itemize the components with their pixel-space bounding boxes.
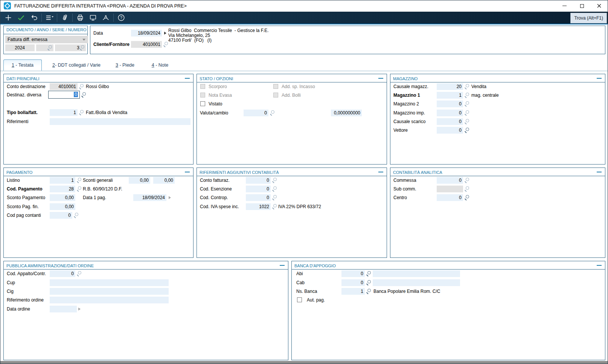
cab-search-icon[interactable] [366,280,372,285]
causale-scarico-search-icon[interactable] [465,119,470,124]
abi-field[interactable]: 0 [341,270,365,277]
cup-field[interactable] [50,279,169,286]
valuta-search-icon[interactable] [270,110,275,116]
panel-collapse-icon[interactable] [280,265,285,266]
magazzino2-search-icon[interactable] [465,101,470,107]
sconto2-field[interactable]: 0,00 [153,177,175,184]
pdf-export-button[interactable] [99,12,112,24]
new-button[interactable] [2,12,15,24]
cab-desc-field[interactable] [373,279,460,286]
panel-collapse-icon[interactable] [597,265,602,266]
data-ordine-field[interactable] [50,306,77,312]
print-button[interactable] [74,12,87,24]
cab-field[interactable]: 0 [341,279,365,286]
client-field[interactable]: 4010001 [131,41,162,48]
tipo-bolla-field[interactable]: 1 [50,109,78,116]
panel-collapse-icon[interactable] [185,78,190,79]
cod-controp-search-icon[interactable] [272,195,277,200]
conto-fatturaz-search-icon[interactable] [272,177,277,183]
cod-pag-contanti-field[interactable]: 0 [50,212,72,219]
destinaz-diversa-field[interactable]: 0 [48,91,80,99]
date-picker-arrow[interactable] [164,32,166,35]
cambio-field[interactable]: 0,000000000 [331,110,362,116]
ns-banca-search-icon[interactable] [366,288,372,294]
cod-iva-spese-field[interactable]: 1022 [246,203,271,210]
rif-ordine-field[interactable] [50,297,169,303]
cod-iva-spese-search-icon[interactable] [272,204,277,209]
tab-piede[interactable]: 3 - Piede [112,61,138,70]
cod-esenzione-field[interactable]: 0 [246,186,271,192]
nota-evasa-checkbox[interactable] [200,93,205,97]
close-button[interactable] [591,0,608,11]
causale-magazz-field[interactable]: 20 [437,83,463,90]
sconto-pag-fin-field[interactable]: 0,00 [50,203,75,210]
add-sp-incasso-checkbox[interactable] [273,84,278,89]
date-field[interactable]: 18/09/2024 [131,30,162,37]
panel-collapse-icon[interactable] [378,78,383,79]
serie-search-icon[interactable] [47,45,53,50]
listino-field[interactable]: 1 [50,177,75,184]
data1pag-picker-arrow[interactable] [169,196,171,199]
conto-destinazione-search-icon[interactable] [79,84,84,89]
panel-collapse-icon[interactable] [378,172,383,172]
client-search-icon[interactable] [163,41,169,47]
vistato-checkbox[interactable] [200,101,205,106]
vettore-search-icon[interactable] [465,127,470,133]
minimize-button[interactable] [556,0,573,11]
conto-fatturaz-field[interactable]: 0 [246,177,271,184]
print-preview-button[interactable] [87,12,99,24]
magazzino-imp-search-icon[interactable] [465,110,470,116]
tipo-bolla-search-icon[interactable] [79,110,84,115]
sconto-pagamento-field[interactable]: 0,00 [50,194,75,201]
document-type-dropdown[interactable]: Fattura diff. emessa [5,36,88,43]
destinaz-diversa-search-icon[interactable] [81,92,87,97]
cod-controp-field[interactable]: 0 [246,194,271,201]
help-button[interactable]: ? [115,12,128,24]
sconto1-field[interactable]: 0,00 [129,177,150,184]
panel-collapse-icon[interactable] [185,172,190,172]
centro-field[interactable]: 0 [437,194,463,201]
cod-pagamento-search-icon[interactable] [77,186,82,192]
centro-search-icon[interactable] [465,195,470,200]
cod-appalto-field[interactable]: 0 [50,270,75,277]
year-field[interactable]: 2024 [5,44,35,51]
menu-button[interactable] [43,12,56,24]
scorporo-checkbox[interactable] [200,84,205,89]
cod-esenzione-search-icon[interactable] [272,186,277,192]
abi-search-icon[interactable] [366,271,372,276]
ns-banca-field[interactable]: 1 [341,288,365,295]
abi-desc-field[interactable] [373,270,460,277]
tab-ddt-collegati[interactable]: 2- DDT collegati / Varie [48,61,105,70]
find-shortcut-hint[interactable]: Trova (Alt+F1) [570,13,607,23]
undo-button[interactable] [27,12,40,24]
tab-note[interactable]: 4 - Note [148,61,172,70]
panel-collapse-icon[interactable] [597,172,602,172]
add-bolli-checkbox[interactable] [273,93,278,97]
aut-pag-checkbox[interactable] [297,297,302,302]
cod-pagamento-field[interactable]: 28 [50,186,75,192]
commessa-search-icon[interactable] [465,177,470,183]
sub-comm-field[interactable] [437,186,463,192]
magazzino-imp-field[interactable]: 0 [437,110,463,116]
vettore-field[interactable]: 0 [437,127,463,134]
confirm-button[interactable] [15,12,27,24]
cod-pag-contanti-search-icon[interactable] [74,212,79,218]
magazzino1-field[interactable]: 1 [437,92,463,99]
commessa-field[interactable]: 0 [437,177,463,184]
number-search-icon[interactable] [80,45,85,50]
conto-destinazione-field[interactable]: 4010001 [50,83,78,90]
data-ordine-picker-arrow[interactable] [78,308,81,311]
maximize-button[interactable] [573,0,590,11]
tab-testata[interactable]: 1 - Testata [3,59,42,71]
riferimenti-field[interactable] [50,118,190,125]
data1pag-field[interactable]: 18/09/2024 [133,194,166,201]
valuta-field[interactable]: 0 [244,110,268,116]
panel-collapse-icon[interactable] [597,78,602,79]
cod-appalto-search-icon[interactable] [77,271,82,276]
causale-magazz-search-icon[interactable] [465,84,470,89]
magazzino1-search-icon[interactable] [465,92,470,98]
causale-scarico-field[interactable]: 0 [437,118,463,125]
sub-comm-search-icon[interactable] [465,186,470,192]
attachment-button[interactable] [58,12,71,24]
magazzino2-field[interactable]: 0 [437,101,463,107]
